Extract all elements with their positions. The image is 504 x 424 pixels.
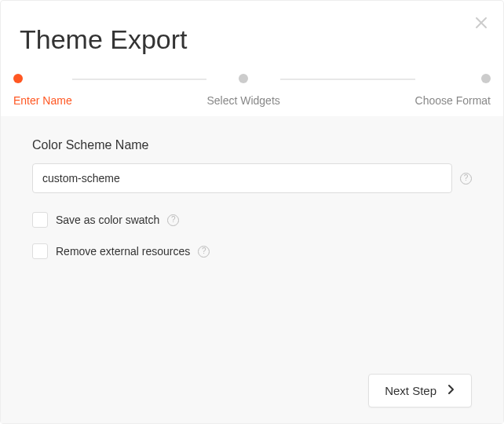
close-button[interactable] (473, 15, 489, 31)
modal-body: Color Scheme Name ? Save as color swatch… (1, 116, 503, 423)
next-step-label: Next Step (385, 384, 436, 397)
save-swatch-checkbox[interactable] (32, 212, 48, 228)
help-icon[interactable]: ? (167, 214, 179, 226)
step-label: Enter Name (13, 94, 72, 107)
scheme-name-input[interactable] (32, 163, 452, 193)
close-icon (473, 15, 489, 31)
step-dot-icon (239, 74, 248, 83)
step-dot-icon (481, 74, 491, 83)
modal-footer: Next Step (32, 358, 472, 408)
save-swatch-row: Save as color swatch ? (32, 212, 472, 228)
modal-title: Theme Export (1, 1, 503, 58)
save-swatch-label: Save as color swatch (56, 214, 159, 226)
step-label: Select Widgets (206, 94, 279, 107)
step-connector (72, 79, 207, 80)
remove-external-row: Remove external resources ? (32, 243, 472, 259)
scheme-name-label: Color Scheme Name (32, 138, 472, 152)
theme-export-modal: Theme Export Enter Name Select Widgets C… (0, 0, 504, 424)
remove-external-checkbox[interactable] (32, 243, 48, 259)
remove-external-label: Remove external resources (56, 245, 190, 258)
step-select-widgets[interactable]: Select Widgets (206, 74, 279, 107)
step-label: Choose Format (415, 94, 491, 107)
help-icon[interactable]: ? (198, 246, 210, 258)
step-choose-format[interactable]: Choose Format (415, 74, 491, 107)
step-connector (280, 79, 415, 80)
help-icon[interactable]: ? (460, 173, 472, 185)
next-step-button[interactable]: Next Step (368, 374, 472, 408)
wizard-steps: Enter Name Select Widgets Choose Format (1, 58, 503, 116)
step-enter-name[interactable]: Enter Name (13, 74, 72, 107)
step-dot-icon (13, 74, 23, 83)
scheme-name-row: ? (32, 163, 472, 193)
chevron-right-icon (447, 384, 455, 397)
